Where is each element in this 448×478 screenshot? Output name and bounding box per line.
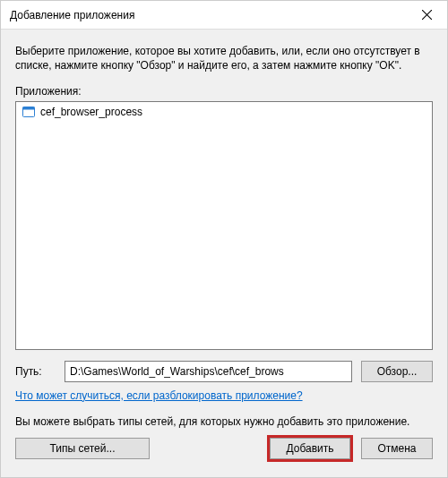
path-label: Путь: <box>15 365 56 378</box>
browse-button[interactable]: Обзор... <box>361 361 433 382</box>
network-types-button[interactable]: Типы сетей... <box>15 438 150 459</box>
client-area: Выберите приложение, которое вы хотите д… <box>1 30 447 477</box>
help-link[interactable]: Что может случиться, если разблокировать… <box>15 389 433 402</box>
cancel-button[interactable]: Отмена <box>361 438 433 459</box>
apps-listbox[interactable]: cef_browser_process <box>15 101 433 349</box>
list-item-label: cef_browser_process <box>40 106 142 118</box>
path-row: Путь: Обзор... <box>15 361 433 382</box>
intro-text: Выберите приложение, которое вы хотите д… <box>15 44 433 73</box>
list-item[interactable]: cef_browser_process <box>16 102 432 122</box>
apps-label: Приложения: <box>15 85 433 98</box>
add-button[interactable]: Добавить <box>270 438 350 459</box>
app-icon <box>22 105 36 119</box>
close-icon <box>422 10 432 20</box>
titlebar: Добавление приложения <box>1 1 447 30</box>
button-row: Типы сетей... Добавить Отмена <box>15 438 433 459</box>
close-button[interactable] <box>406 1 447 29</box>
path-input[interactable] <box>65 361 352 382</box>
svg-rect-3 <box>23 107 35 110</box>
network-types-text: Вы можете выбрать типы сетей, для которы… <box>15 414 433 429</box>
dialog-window: Добавление приложения Выберите приложени… <box>0 0 448 478</box>
window-title: Добавление приложения <box>10 9 134 21</box>
